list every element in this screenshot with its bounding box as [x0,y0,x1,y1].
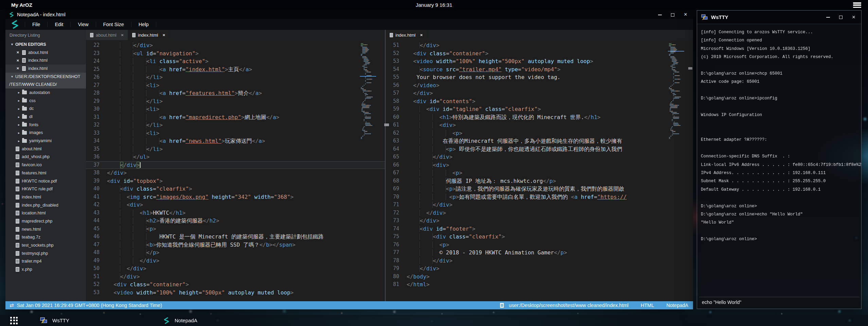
sidebar-folder-dl[interactable]: ▸dl [5,113,86,121]
sidebar-file-location.html[interactable]: location.html [5,209,86,217]
line-number: 70 [386,193,403,201]
line-number: 57 [386,89,403,97]
app-grid-icon[interactable] [10,317,18,324]
workspace-label: USER:/DESKTOP/SCREENSHOT [15,74,80,79]
code-line: 67 <p> [386,169,693,177]
line-number: 28 [86,89,103,97]
notepada-titlebar[interactable]: NotepadA - index.html ✕ [5,10,693,19]
sidebar-file-favicon.ico[interactable]: favicon.ico [5,161,86,169]
line-number: 33 [86,129,103,137]
code-text: <div id="topbox"> [103,177,385,185]
code-editor[interactable]: 51 </div>52 <div class="container">53 <v… [386,40,693,301]
tab-index.html[interactable]: index.html✕ [128,30,170,40]
terminal-input[interactable]: echo "Hello World" [699,297,860,307]
tab-index.html[interactable]: index.html✕ [386,30,427,40]
folder-icon [22,99,27,102]
code-text: </div> [403,201,693,209]
code-editor[interactable]: 22 </div>23 <ul id="navigation">24 <li c… [86,40,385,301]
menu-item-help[interactable]: Help [131,22,156,27]
close-icon[interactable]: ✕ [121,33,124,37]
sidebar-folder-autostation[interactable]: ▸autostation [5,89,86,97]
maximize-icon[interactable] [838,15,844,20]
line-number: 41 [86,193,103,201]
sidebar-file-trailer.mp4[interactable]: trailer.mp4 [5,257,86,266]
taskbar-item-wstty[interactable]: WsTTY [31,315,154,326]
code-text: <div class="clearfix"> [103,185,385,193]
sidebar-file-HKWTC-notice.pdf[interactable]: HKWTC notice.pdf [5,177,86,185]
menu-item-view[interactable]: View [71,22,96,27]
sidebar-file-mapredirect.php[interactable]: mapredirect.php [5,217,86,225]
tab-about.html[interactable]: about.html✕ [86,30,128,40]
code-text: </div> [103,257,385,265]
sidebar-file-x.php[interactable]: x.php [5,265,86,273]
php-file-icon [16,243,19,248]
splitter-handle[interactable] [384,123,389,126]
sidebar-folder-fonts[interactable]: ▸fonts [5,121,86,129]
code-line: 76 <p> [386,241,693,249]
code-line: 48 </p> [86,249,385,257]
open-editor-item[interactable]: ✕index.html [5,64,86,73]
sidebar-file-teabag.7z[interactable]: teabag.7z [5,233,86,242]
close-icon[interactable]: ✕ [683,12,688,17]
code-line: 75 <div class="clearfix"> [386,233,693,241]
sidebar-file-news.html[interactable]: news.html [5,225,86,233]
hamburger-icon[interactable] [853,2,861,8]
menu-item-file[interactable]: File [25,22,48,27]
wstty-titlebar[interactable]: WsTTY ✕ [697,11,861,24]
close-icon[interactable]: ✕ [420,33,423,37]
line-number: 79 [386,265,403,273]
code-line: 57 </div> [386,89,693,97]
minimize-icon[interactable] [825,15,831,20]
sidebar-file-add-vhost.php[interactable]: add_vhost.php [5,153,86,161]
close-icon[interactable]: ✕ [16,66,20,70]
code-line: 27 <li> [86,81,385,90]
menu-item-font-size[interactable]: Font Size [96,22,131,27]
taskbar: WsTTYNotepadA [0,315,868,326]
minimap[interactable] [668,42,684,144]
open-editor-item[interactable]: ✕about.html [5,49,86,57]
folder-label: css [29,98,36,103]
sidebar-folder-images[interactable]: ▸images [5,129,86,137]
code-line: 52 <div class="container"> [86,281,385,289]
scrollbar-thumb[interactable] [688,67,692,70]
code-line: 79 </div> [386,265,693,273]
close-icon[interactable]: ✕ [162,33,165,37]
sidebar-file-features.html[interactable]: features.html [5,169,86,177]
code-text: <a href="news.html">玩家傳送門</a> [103,137,385,145]
code-text: <div id="contents"> [403,97,693,106]
taskbar-item-notepada[interactable]: NotepadA [154,315,277,326]
html-file-icon [390,33,393,37]
sidebar-file-index.html[interactable]: index.html [5,193,86,201]
minimize-icon[interactable] [657,12,662,17]
sidebar-file-test-sockets.php[interactable]: test_sockets.php [5,241,86,249]
code-text: HKWTC 是一個 Minecraft 的建築伺服器，主要建築計劃包括鐵路 [103,233,385,241]
code-text: </div> [403,217,693,225]
code-text: © 2018 - 2019 HKWTC Animation Gamer</p> [403,249,693,257]
line-number: 78 [386,257,403,265]
sidebar-file-about.html[interactable]: about.html [5,145,86,153]
close-icon[interactable]: ✕ [16,59,20,62]
maximize-icon[interactable] [670,12,675,17]
sidebar-open-editors-header[interactable]: ▾OPEN EDITORS [5,40,86,49]
code-text: <div> [103,201,385,209]
sidebar-file-HKWTC-rule.pdf[interactable]: HKWTC rule.pdf [5,185,86,193]
sidebar-file-testmysql.php[interactable]: testmysql.php [5,249,86,257]
sidebar-folder-yamiyamimi[interactable]: ▸yamiyamimi [5,137,86,145]
code-line: 26 </li> [86,73,385,81]
html-file-icon [16,171,19,175]
sidebar-folder-dc[interactable]: ▸dc [5,105,86,113]
minimap[interactable] [360,42,376,144]
sidebar-file-index.php-disabled[interactable]: index.php_disabled [5,201,86,209]
close-icon[interactable]: ✕ [851,15,856,20]
open-editor-item[interactable]: ✕index.html [5,56,86,64]
line-number: 47 [86,241,103,249]
sidebar-workspace-root[interactable]: ▾USER:/DESKTOP/SCREENSHOT [5,73,86,81]
code-text: <b>你知道我們全線伺服器已轉用 SSD 了嗎？</b></span> [103,241,385,249]
close-icon[interactable]: ✕ [16,51,20,54]
statusbar-time: Sat Jan 09 2021 16:29:49 GMT+0800 (Hong … [17,303,162,308]
code-line: 74 <div id="footer"> [386,225,693,233]
menu-item-edit[interactable]: Edit [48,22,71,27]
sidebar-folder-css[interactable]: ▸css [5,97,86,105]
code-line: 52 <div class="container"> [386,50,693,58]
line-number: 60 [386,113,403,121]
